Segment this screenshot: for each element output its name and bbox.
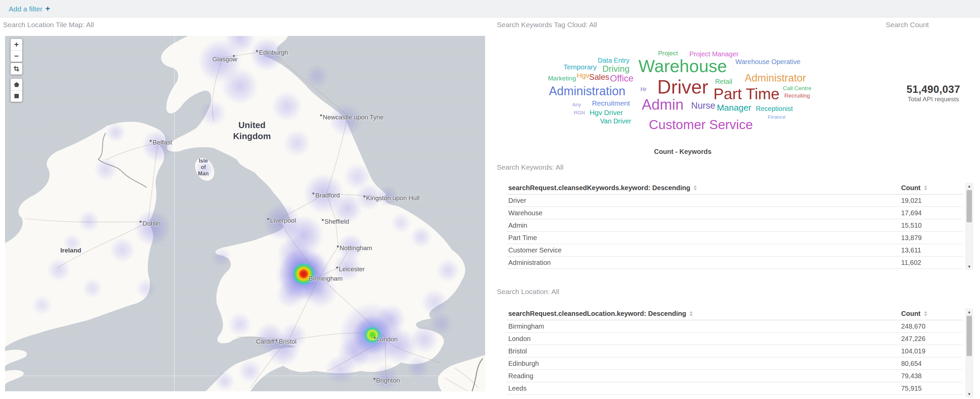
scrollbar-thumb[interactable] <box>967 316 972 356</box>
draw-polygon-button[interactable] <box>11 79 22 90</box>
tag-cloud-word[interactable]: Hgv Driver <box>589 109 623 116</box>
locations-table: searchRequest.cleansedLocation.keyword: … <box>506 308 963 399</box>
tag-cloud-word[interactable]: Admin <box>642 97 684 112</box>
tag-cloud-word[interactable]: Finance <box>768 114 786 119</box>
tag-cloud-word[interactable]: Receptionist <box>756 105 793 112</box>
tag-cloud-word[interactable]: Temporary <box>563 64 597 70</box>
sort-icon <box>693 185 697 191</box>
locations-table-body: Birmingham248,670London247,226Bristol104… <box>506 320 963 395</box>
tag-cloud-word[interactable]: Administration <box>549 85 625 97</box>
tag-cloud-word[interactable]: Call Centre <box>783 86 811 91</box>
table-row[interactable]: Birmingham248,670 <box>506 320 963 332</box>
scroll-up-icon[interactable]: ▲ <box>965 308 973 315</box>
fit-control <box>10 63 22 75</box>
locations-table-header: searchRequest.cleansedLocation.keyword: … <box>506 308 963 320</box>
table-cell-count: 13,879 <box>901 234 922 242</box>
keywords-table-title: Search Keywords: All <box>497 163 563 171</box>
table-row[interactable]: Administration11,602 <box>506 256 963 269</box>
locations-table-title: Search Location: All <box>497 288 559 296</box>
table-row[interactable]: Part Time13,879 <box>506 232 963 244</box>
tag-cloud-word[interactable]: Warehouse Operative <box>735 58 800 65</box>
scroll-down-icon[interactable]: ▼ <box>965 263 973 270</box>
zoom-control: + − <box>10 38 22 62</box>
tag-cloud-word[interactable]: Administrator <box>745 73 806 83</box>
table-cell-keyword: Driver <box>508 197 526 205</box>
metric-panel-title: Search Count <box>886 21 929 29</box>
table-cell-count: 19,021 <box>901 197 922 205</box>
table-cell-keyword: Leeds <box>508 385 527 392</box>
filter-bar: Add a filter+ <box>0 0 980 17</box>
tag-cloud-caption: Count - Keywords <box>631 148 735 156</box>
tag-cloud-word[interactable]: Project <box>658 50 678 56</box>
table-cell-keyword: Admin <box>508 222 527 229</box>
locations-count-header[interactable]: Count <box>901 310 928 318</box>
tag-cloud-word[interactable]: Recruitment <box>592 100 630 107</box>
tag-cloud-word[interactable]: Manager <box>717 103 751 112</box>
locations-sort-header[interactable]: searchRequest.cleansedLocation.keyword: … <box>508 310 693 318</box>
tag-cloud-word[interactable]: Retail <box>715 78 732 85</box>
table-row[interactable]: Warehouse17,694 <box>506 207 963 219</box>
cloud-panel-title: Search Keywords Tag Cloud: All <box>497 21 597 29</box>
draw-control <box>10 78 22 102</box>
draw-rectangle-button[interactable] <box>11 90 22 102</box>
table-row[interactable]: Edinburgh80,654 <box>506 358 963 370</box>
zoom-out-button[interactable]: − <box>11 50 22 62</box>
polygon-icon <box>14 82 19 87</box>
table-cell-keyword: Administration <box>508 259 551 267</box>
plus-icon: + <box>45 4 50 13</box>
tag-cloud-word[interactable]: Recruiting <box>784 93 810 99</box>
tag-cloud-word[interactable]: Driving <box>603 64 630 73</box>
table-cell-count: 80,654 <box>901 360 922 367</box>
tag-cloud-word[interactable]: Marketing <box>548 75 576 81</box>
tag-cloud-word[interactable]: Part Time <box>714 86 780 102</box>
tag-cloud-word[interactable]: Hgv <box>577 72 589 79</box>
table-row[interactable]: Leeds75,915 <box>506 382 963 395</box>
tag-cloud-word[interactable]: Customer Service <box>649 118 753 131</box>
table-row[interactable]: London247,226 <box>506 332 963 345</box>
keywords-count-header[interactable]: Count <box>901 184 928 192</box>
table-row[interactable]: Admin15,510 <box>506 219 963 232</box>
tag-cloud-word[interactable]: Driver <box>657 78 708 97</box>
table-row[interactable]: Bristol104,019 <box>506 345 963 358</box>
table-row[interactable]: Driver19,021 <box>506 194 963 207</box>
keywords-scrollbar[interactable]: ▲ ▼ <box>965 183 973 270</box>
table-row[interactable]: Customer Service13,611 <box>506 244 963 256</box>
sort-icon <box>924 311 928 316</box>
tag-cloud-word[interactable]: Warehouse <box>638 57 727 75</box>
map-panel-title: Search Location Tile Map: All <box>3 21 94 29</box>
tile-map[interactable]: EdinburghGlasgowNewcastle upon TyneBelfa… <box>5 36 485 391</box>
tag-cloud-word[interactable]: Sales <box>589 73 609 81</box>
table-cell-count: 248,670 <box>901 323 925 330</box>
add-filter-button[interactable]: Add a filter+ <box>9 4 50 13</box>
table-cell-count: 15,510 <box>901 222 922 229</box>
zoom-in-button[interactable]: + <box>11 39 22 50</box>
rectangle-icon <box>14 94 19 99</box>
scroll-down-icon[interactable]: ▼ <box>965 391 973 397</box>
table-cell-keyword: Reading <box>508 372 533 380</box>
scroll-up-icon[interactable]: ▲ <box>965 183 973 189</box>
table-cell-keyword: Customer Service <box>508 246 562 254</box>
tag-cloud-word[interactable]: Office <box>610 74 633 83</box>
tag-cloud-word[interactable]: Data Entry <box>598 57 629 64</box>
tag-cloud-word[interactable]: Van Driver <box>600 118 632 124</box>
table-cell-count: 104,019 <box>901 347 925 355</box>
table-row[interactable]: Reading79,438 <box>506 370 963 382</box>
tag-cloud-word[interactable]: Hr <box>641 86 646 92</box>
locations-scrollbar[interactable]: ▲ ▼ <box>965 308 973 397</box>
tag-cloud-word[interactable]: RGN <box>574 110 585 115</box>
table-cell-keyword: London <box>508 335 531 343</box>
keywords-table-body: Driver19,021Warehouse17,694Admin15,510Pa… <box>506 194 963 269</box>
tag-cloud-word[interactable]: Any <box>573 102 581 107</box>
metric-label: Total API requests <box>891 95 975 103</box>
crop-button[interactable] <box>11 63 22 75</box>
table-cell-keyword: Part Time <box>508 234 537 242</box>
keywords-table: searchRequest.cleansedKeywords.keyword: … <box>506 183 963 270</box>
table-cell-keyword: Bristol <box>508 347 527 355</box>
sort-icon <box>689 311 693 316</box>
tag-cloud-word[interactable]: Nurse <box>691 101 715 110</box>
table-cell-count: 247,226 <box>901 335 925 343</box>
scrollbar-thumb[interactable] <box>967 190 972 222</box>
table-cell-count: 17,694 <box>901 209 922 217</box>
keywords-sort-header[interactable]: searchRequest.cleansedKeywords.keyword: … <box>508 184 697 192</box>
table-cell-count: 11,602 <box>901 259 921 267</box>
